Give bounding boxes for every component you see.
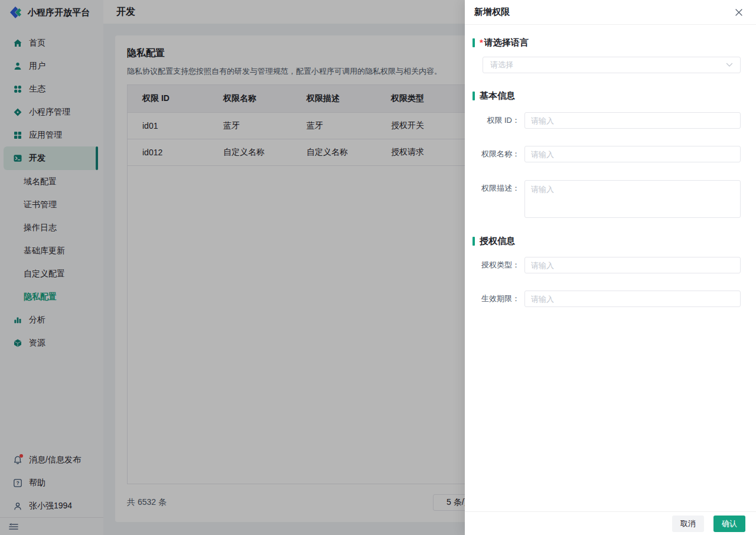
section-title: 基本信息 bbox=[480, 90, 515, 101]
field-label: 权限 ID： bbox=[472, 112, 520, 129]
form-row-effective-period: 生效期限： bbox=[472, 291, 741, 307]
drawer-footer: 取消 确认 bbox=[465, 511, 756, 535]
cancel-button[interactable]: 取消 bbox=[672, 516, 704, 532]
close-icon bbox=[735, 8, 743, 17]
permission-name-input[interactable] bbox=[524, 146, 741, 162]
section-accent-bar bbox=[472, 38, 475, 47]
section-accent-bar bbox=[472, 237, 475, 246]
permission-id-input[interactable] bbox=[524, 112, 741, 129]
drawer-title: 新增权限 bbox=[474, 6, 510, 18]
form-row-permission-id: 权限 ID： bbox=[472, 112, 741, 129]
select-placeholder: 请选择 bbox=[490, 60, 513, 70]
form-row-permission-name: 权限名称： bbox=[472, 146, 741, 162]
field-label: 授权类型： bbox=[472, 257, 520, 273]
section-accent-bar bbox=[472, 92, 475, 100]
form-row-auth-type: 授权类型： bbox=[472, 257, 741, 273]
drawer-body: * 请选择语言 请选择 基本信息 权限 ID： 权限名称： bbox=[465, 25, 756, 511]
app-root: 小程序开放平台 首页 用户 生态 小程序管理 应用管理 bbox=[0, 0, 756, 535]
section-title: 授权信息 bbox=[480, 236, 515, 246]
confirm-button[interactable]: 确认 bbox=[713, 516, 745, 532]
language-select[interactable]: 请选择 bbox=[483, 57, 741, 73]
effective-period-input[interactable] bbox=[524, 291, 741, 307]
form-row-permission-desc: 权限描述： bbox=[472, 180, 741, 218]
chevron-down-icon bbox=[726, 63, 733, 67]
field-label: 权限名称： bbox=[472, 146, 520, 162]
permission-desc-textarea[interactable] bbox=[524, 180, 741, 218]
drawer-header: 新增权限 bbox=[465, 0, 756, 25]
section-title: 请选择语言 bbox=[484, 37, 529, 48]
section-basic-info: 基本信息 bbox=[472, 90, 741, 101]
auth-type-input[interactable] bbox=[524, 257, 741, 273]
required-mark: * bbox=[480, 37, 483, 48]
field-label: 生效期限： bbox=[472, 291, 520, 307]
close-button[interactable] bbox=[734, 7, 744, 18]
section-language: * 请选择语言 bbox=[472, 37, 741, 48]
add-permission-drawer: 新增权限 * 请选择语言 请选择 基本信息 bbox=[465, 0, 756, 535]
section-auth-info: 授权信息 bbox=[472, 236, 741, 246]
field-label: 权限描述： bbox=[472, 180, 520, 197]
